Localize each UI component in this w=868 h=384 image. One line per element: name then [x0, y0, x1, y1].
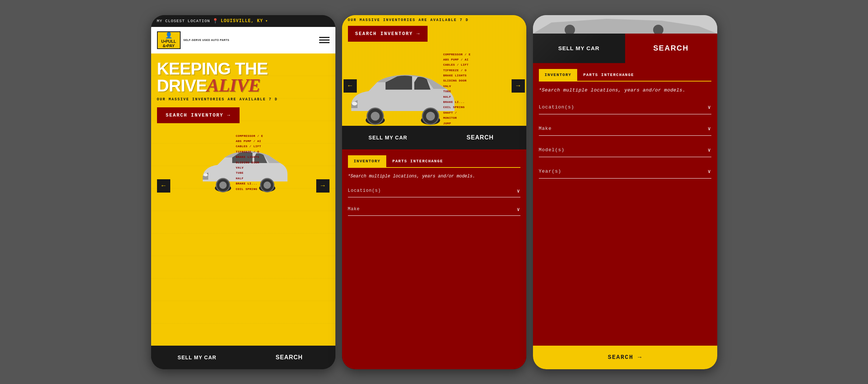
search-inventory-label: SEARCH INVENTORY [166, 113, 224, 118]
search-header-label: SEARCH [653, 44, 689, 52]
location-chevron-icon-3: ∨ [708, 104, 711, 110]
location-pin-icon: 📍 [212, 18, 219, 24]
car-preview-svg [533, 15, 717, 34]
make-dropdown-2[interactable]: Make ∨ [348, 203, 520, 216]
prev-arrow-icon-2: ← [347, 82, 353, 90]
hamburger-line-1 [319, 37, 330, 38]
top-location-bar[interactable]: MY CLOSEST LOCATION 📍 LOUISVILLE, KY ▾ [151, 15, 335, 27]
search-hint-2: *Search multiple locations, years and/or… [348, 174, 520, 179]
hero-subtitle: OUR MASSIVE INVENTORIES ARE AVAILABLE 7 … [157, 97, 330, 101]
location-chevron-icon-2: ∨ [517, 188, 520, 194]
logo-area: 👤 U•PULL &•PAY SELF-SERVE USED AUTO PART… [157, 31, 230, 49]
make-label-3: Make [539, 126, 552, 131]
search-panel-2: INVENTORY PARTS INTERCHANGE *Search mult… [342, 149, 526, 369]
tab-inventory-label-3: INVENTORY [545, 73, 572, 77]
location-chevron-icon: ▾ [265, 18, 268, 23]
svg-point-13 [352, 102, 357, 105]
prev-arrow-icon: ← [160, 182, 167, 190]
search-panel-3: INVENTORY PARTS INTERCHANGE *Search mult… [533, 63, 717, 346]
hero-title-line2: DRIVE [157, 76, 207, 95]
search-label: SEARCH [276, 354, 303, 361]
tab-inventory-label-2: INVENTORY [354, 159, 381, 163]
svg-point-6 [203, 173, 208, 176]
svg-point-10 [371, 112, 380, 121]
make-label-2: Make [348, 207, 360, 212]
carousel-next-button[interactable]: → [316, 179, 330, 193]
search-submit-arrow-icon: → [638, 354, 642, 361]
year-dropdown-3[interactable]: Year(s) ∨ [539, 165, 711, 179]
phone-frame-1: MY CLOSEST LOCATION 📍 LOUISVILLE, KY ▾ 👤… [151, 15, 335, 369]
tab-inventory-2[interactable]: INVENTORY [348, 155, 387, 167]
location-text: LOUISVILLE, KY [221, 18, 263, 24]
hero-section: KEEPING THE DRIVEALIVE OUR MASSIVE INVEN… [151, 53, 335, 346]
search-hint-3: *Search multiple locations, years and/or… [539, 87, 711, 93]
search-label-2: SEARCH [467, 134, 494, 141]
sell-my-car-button-2[interactable]: SELL MY CAR [342, 126, 434, 149]
logo-icon: 👤 [165, 32, 172, 39]
tab-parts-label-3: PARTS INTERCHANGE [583, 73, 634, 77]
logo-subtitle: SELF-SERVE USED AUTO PARTS [184, 39, 230, 41]
year-label-3: Year(s) [539, 169, 562, 174]
carousel-next-button-2[interactable]: → [512, 79, 525, 93]
search-button-2[interactable]: SEARCH [434, 126, 526, 149]
model-chevron-icon-3: ∨ [708, 147, 711, 153]
logo-line1: U•PULL [161, 39, 176, 44]
carousel-nav: ← → [342, 79, 526, 93]
hero-alive-text: ALIVE [207, 75, 260, 96]
search-inventory-button[interactable]: SEARCH INVENTORY → [157, 107, 240, 123]
next-arrow-icon: → [320, 182, 326, 190]
carousel-prev-button-2[interactable]: ← [344, 79, 357, 93]
sell-my-car-label-2: SELL MY CAR [369, 135, 407, 141]
logo-line2: &•PAY [163, 44, 175, 48]
svg-point-3 [219, 181, 227, 189]
logo-box: 👤 U•PULL &•PAY [157, 31, 181, 49]
search-header-button[interactable]: SEARCH [625, 34, 717, 63]
make-chevron-icon-3: ∨ [708, 125, 711, 132]
make-chevron-icon-2: ∨ [517, 206, 520, 212]
bottom-bar-2: SELL MY CAR SEARCH [342, 126, 526, 149]
sell-my-car-button[interactable]: SELL MY CAR [151, 346, 243, 369]
hamburger-line-2 [319, 39, 330, 41]
model-dropdown-3[interactable]: Model(s) ∨ [539, 143, 711, 157]
tab-bar-2: INVENTORY PARTS INTERCHANGE [348, 155, 520, 168]
hero-top-2: OUR MASSIVE INVENTORIES ARE AVAILABLE 7 … [342, 15, 526, 126]
phone-frame-2: OUR MASSIVE INVENTORIES ARE AVAILABLE 7 … [342, 15, 526, 369]
search-arrow-icon-2: → [416, 31, 420, 37]
car-preview-3 [533, 15, 717, 34]
sell-my-car-label: SELL MY CAR [178, 354, 216, 360]
search-inv-label-2: SEARCH INVENTORY [355, 31, 413, 37]
make-dropdown-3[interactable]: Make ∨ [539, 122, 711, 136]
sell-my-car-header-button[interactable]: SELL MY CAR [533, 34, 625, 63]
location-dropdown-3[interactable]: Location(s) ∨ [539, 100, 711, 114]
tab-bar-3: INVENTORY PARTS INTERCHANGE [539, 69, 711, 82]
hamburger-menu[interactable] [319, 37, 330, 43]
year-chevron-icon-3: ∨ [708, 168, 711, 174]
tab-parts-label-2: PARTS INTERCHANGE [392, 159, 443, 163]
parts-list-overlay: COMPRESSOR / E ABS PUMP / AI CABLES / LI… [236, 134, 316, 193]
phone-frame-3: SELL MY CAR SEARCH INVENTORY PARTS INTER… [533, 15, 717, 369]
car-svg-2 [342, 67, 460, 126]
hero-car-area: ← [157, 126, 330, 193]
search-button[interactable]: SEARCH [243, 346, 335, 369]
carousel-prev-button[interactable]: ← [157, 179, 170, 193]
next-arrow-icon-2: → [515, 82, 522, 90]
search-inventory-button-2[interactable]: SEARCH INVENTORY → [348, 26, 428, 42]
tab-inventory-3[interactable]: INVENTORY [539, 69, 578, 81]
nav-bar: 👤 U•PULL &•PAY SELF-SERVE USED AUTO PART… [151, 27, 335, 53]
location-dropdown-2[interactable]: Location(s) ∨ [348, 185, 520, 197]
location-label-2: Location(s) [348, 188, 381, 193]
tab-parts-2[interactable]: PARTS INTERCHANGE [386, 155, 449, 167]
hero-subtitle-2: OUR MASSIVE INVENTORIES ARE AVAILABLE 7 … [348, 18, 520, 22]
car-image: COMPRESSOR / E ABS PUMP / AI CABLES / LI… [170, 134, 316, 193]
bottom-bar: SELL MY CAR SEARCH [151, 346, 335, 369]
location-label-3: Location(s) [539, 104, 575, 110]
sell-my-car-header-label: SELL MY CAR [558, 45, 599, 51]
tab-parts-3[interactable]: PARTS INTERCHANGE [577, 69, 640, 81]
parts-list-text: COMPRESSOR / E ABS PUMP / AI CABLES / LI… [236, 134, 316, 193]
search-submit-label: SEARCH [608, 354, 634, 361]
search-submit-button[interactable]: SEARCH → [533, 346, 717, 369]
hamburger-line-3 [319, 42, 330, 43]
top-header-3: SELL MY CAR SEARCH [533, 34, 717, 63]
search-arrow-icon: → [227, 113, 231, 118]
top-bar-prefix: MY CLOSEST LOCATION [157, 19, 210, 23]
